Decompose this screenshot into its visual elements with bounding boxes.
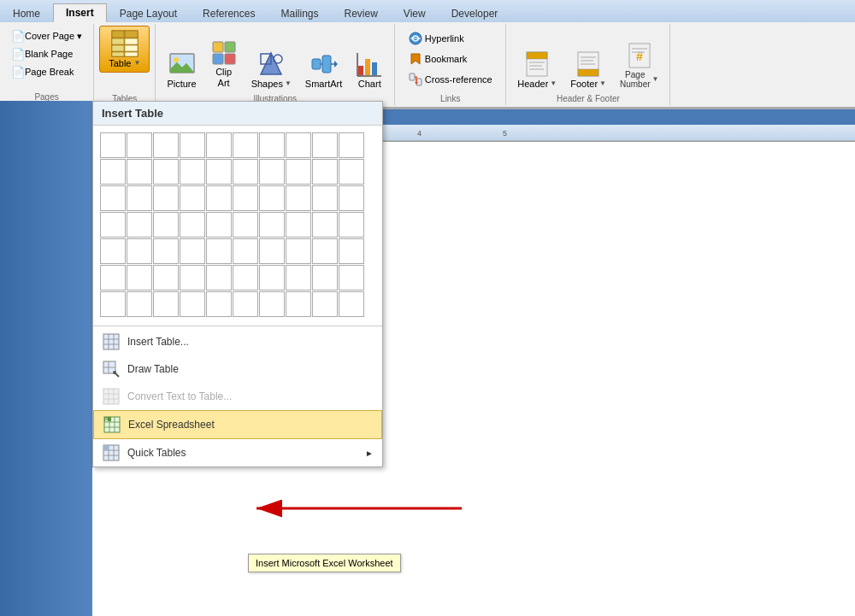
grid-cell[interactable]: [153, 238, 179, 264]
grid-cell[interactable]: [180, 238, 205, 264]
grid-cell[interactable]: [206, 265, 232, 290]
grid-cell[interactable]: [180, 291, 205, 317]
footer-button[interactable]: Footer ▼: [564, 47, 612, 92]
grid-cell[interactable]: [312, 132, 338, 158]
grid-cell[interactable]: [180, 185, 205, 211]
tab-review[interactable]: Review: [331, 3, 390, 22]
header-button[interactable]: Header ▼: [511, 47, 563, 92]
grid-cell[interactable]: [259, 212, 285, 238]
clip-art-button[interactable]: ClipArt: [204, 36, 244, 92]
grid-cell[interactable]: [259, 159, 285, 185]
excel-spreadsheet-item[interactable]: E Excel Spreadsheet: [93, 410, 382, 439]
grid-cell[interactable]: [153, 185, 179, 211]
grid-cell[interactable]: [259, 238, 285, 264]
grid-cell[interactable]: [206, 291, 232, 317]
excel-spreadsheet-label: Excel Spreadsheet: [128, 419, 215, 431]
grid-cell[interactable]: [206, 212, 232, 238]
grid-cell[interactable]: [100, 265, 126, 290]
tab-page-layout[interactable]: Page Layout: [107, 3, 190, 22]
grid-cell[interactable]: [100, 291, 126, 317]
chart-button[interactable]: Chart: [350, 47, 389, 92]
draw-table-item[interactable]: Draw Table: [93, 355, 382, 383]
grid-cell[interactable]: [100, 185, 126, 211]
tab-insert[interactable]: Insert: [53, 3, 107, 22]
tab-developer[interactable]: Developer: [439, 3, 511, 22]
grid-cell[interactable]: [153, 132, 179, 158]
grid-cell[interactable]: [100, 132, 126, 158]
quick-tables-item[interactable]: Quick Tables ►: [93, 439, 382, 466]
tab-references[interactable]: References: [190, 3, 268, 22]
grid-cell[interactable]: [339, 159, 364, 185]
grid-cell[interactable]: [100, 212, 126, 238]
svg-rect-5: [112, 45, 124, 51]
cover-page-button[interactable]: 📄 Cover Page ▾: [7, 27, 86, 44]
grid-cell[interactable]: [312, 238, 338, 264]
tab-mailings[interactable]: Mailings: [268, 3, 331, 22]
grid-cell[interactable]: [339, 265, 364, 290]
grid-cell[interactable]: [259, 132, 285, 158]
grid-cell[interactable]: [233, 132, 258, 158]
grid-cell[interactable]: [286, 238, 311, 264]
grid-cell[interactable]: [312, 185, 338, 211]
grid-cell[interactable]: [339, 185, 364, 211]
tab-home[interactable]: Home: [0, 3, 53, 22]
tab-view[interactable]: View: [391, 3, 439, 22]
grid-cell[interactable]: [286, 265, 311, 290]
table-button[interactable]: Table ▼: [99, 26, 150, 73]
grid-cell[interactable]: [180, 265, 205, 290]
grid-cell[interactable]: [233, 212, 258, 238]
grid-cell[interactable]: [312, 212, 338, 238]
insert-table-item[interactable]: Insert Table...: [93, 328, 382, 355]
grid-cell[interactable]: [286, 291, 311, 317]
grid-cell[interactable]: [259, 185, 285, 211]
grid-cell[interactable]: [286, 132, 311, 158]
grid-cell[interactable]: [127, 291, 152, 317]
blank-page-button[interactable]: 📄 Blank Page: [7, 45, 86, 62]
grid-cell[interactable]: [286, 159, 311, 185]
grid-cell[interactable]: [153, 265, 179, 290]
grid-cell[interactable]: [206, 132, 232, 158]
grid-cell[interactable]: [127, 159, 152, 185]
grid-cell[interactable]: [127, 185, 152, 211]
grid-cell[interactable]: [339, 238, 364, 264]
grid-cell[interactable]: [206, 238, 232, 264]
grid-cell[interactable]: [153, 212, 179, 238]
grid-cell[interactable]: [180, 159, 205, 185]
svg-text:4: 4: [417, 129, 422, 138]
cross-reference-button[interactable]: Cross-reference: [404, 70, 497, 89]
grid-cell[interactable]: [259, 265, 285, 290]
grid-cell[interactable]: [206, 185, 232, 211]
shapes-button[interactable]: Shapes ▼: [245, 47, 298, 92]
hyperlink-button[interactable]: Hyperlink: [404, 29, 497, 48]
grid-cell[interactable]: [339, 212, 364, 238]
grid-cell[interactable]: [339, 132, 364, 158]
grid-cell[interactable]: [233, 291, 258, 317]
grid-cell[interactable]: [233, 265, 258, 290]
grid-cell[interactable]: [312, 159, 338, 185]
grid-cell[interactable]: [312, 291, 338, 317]
grid-cell[interactable]: [233, 159, 258, 185]
grid-cell[interactable]: [286, 212, 311, 238]
grid-cell[interactable]: [206, 159, 232, 185]
grid-cell[interactable]: [127, 132, 152, 158]
grid-cell[interactable]: [153, 159, 179, 185]
grid-cell[interactable]: [180, 132, 205, 158]
grid-cell[interactable]: [233, 238, 258, 264]
grid-cell[interactable]: [339, 291, 364, 317]
grid-cell[interactable]: [127, 238, 152, 264]
grid-cell[interactable]: [127, 212, 152, 238]
grid-cell[interactable]: [312, 265, 338, 290]
grid-cell[interactable]: [180, 212, 205, 238]
smartart-button[interactable]: SmartArt: [299, 47, 348, 92]
grid-cell[interactable]: [100, 159, 126, 185]
grid-cell[interactable]: [259, 291, 285, 317]
bookmark-button[interactable]: Bookmark: [404, 50, 497, 68]
grid-cell[interactable]: [233, 185, 258, 211]
grid-cell[interactable]: [127, 265, 152, 290]
grid-cell[interactable]: [100, 238, 126, 264]
page-break-button[interactable]: 📄 Page Break: [7, 63, 86, 80]
page-number-button[interactable]: # PageNumber ▼: [614, 38, 665, 92]
picture-button[interactable]: Picture: [161, 47, 202, 92]
grid-cell[interactable]: [153, 291, 179, 317]
grid-cell[interactable]: [286, 185, 311, 211]
